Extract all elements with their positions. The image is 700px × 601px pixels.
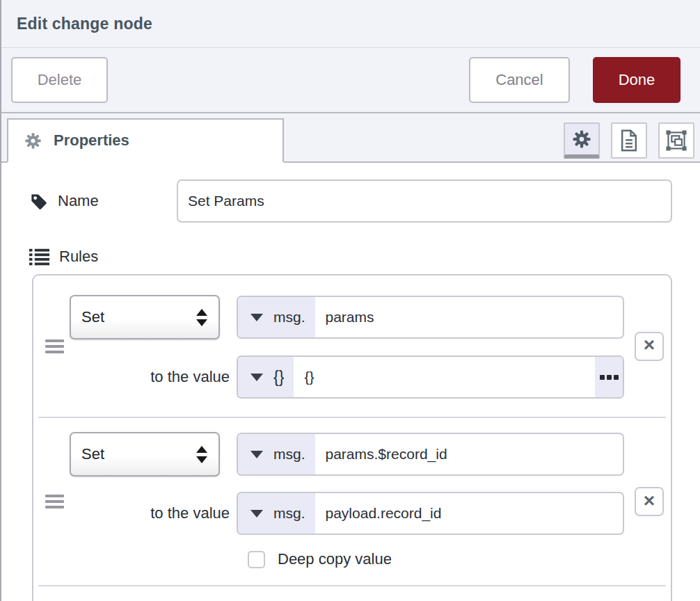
name-input[interactable]: [177, 179, 672, 223]
value-type-button[interactable]: msg.: [238, 493, 315, 534]
edit-change-node-dialog: Edit change node Delete Cancel Done: [1, 0, 700, 601]
select-arrows-icon: [196, 309, 207, 326]
property-type-label: msg.: [273, 446, 305, 463]
properties-panel: Name Rules ×: [1, 163, 700, 601]
rule-action-value: Set: [81, 308, 104, 326]
rule-action-select[interactable]: Set: [70, 432, 220, 476]
property-type-button[interactable]: msg.: [238, 297, 315, 337]
rule-action-value: Set: [81, 445, 104, 463]
rule-value-field[interactable]: {} {}: [237, 355, 624, 399]
gear-icon: [24, 131, 42, 150]
description-section-button[interactable]: [611, 122, 647, 159]
cancel-button[interactable]: Cancel: [469, 57, 570, 103]
select-arrows-icon: [196, 446, 207, 463]
rule-item-1: × Set msg. params to the value: [33, 275, 671, 417]
rules-label: Rules: [29, 248, 672, 266]
chevron-down-icon: [250, 314, 263, 321]
expand-editor-button[interactable]: [595, 357, 623, 397]
name-row: Name: [29, 179, 672, 223]
dialog-title: Edit change node: [17, 15, 152, 33]
value-type-label: msg.: [273, 505, 305, 522]
rule-action-select[interactable]: Set: [70, 295, 220, 339]
rule-property-input[interactable]: params.$record_id: [315, 434, 623, 474]
rule-value-input[interactable]: {}: [294, 357, 595, 397]
tab-properties-label: Properties: [54, 131, 129, 150]
rule-property-field[interactable]: msg. params.$record_id: [237, 433, 624, 476]
remove-rule-button[interactable]: ×: [635, 487, 664, 516]
rule-item-2: × Set msg. params.$record_id to the valu…: [33, 418, 671, 585]
properties-section-button[interactable]: [564, 122, 600, 159]
property-type-button[interactable]: msg.: [238, 434, 315, 474]
tab-properties[interactable]: Properties: [7, 118, 284, 163]
done-button[interactable]: Done: [593, 57, 681, 103]
drag-handle-icon[interactable]: [42, 492, 67, 511]
rule-property-input[interactable]: params: [315, 297, 623, 337]
value-type-button[interactable]: {}: [238, 357, 294, 397]
delete-button[interactable]: Delete: [11, 57, 108, 103]
document-icon: [619, 129, 639, 152]
appearance-section-button[interactable]: [658, 122, 694, 159]
remove-rule-button[interactable]: ×: [635, 332, 664, 361]
close-icon: ×: [644, 491, 655, 511]
value-type-label: {}: [273, 368, 284, 387]
chevron-down-icon: [250, 510, 263, 518]
rule-value-input[interactable]: payload.record_id: [315, 493, 623, 534]
to-value-label: to the value: [70, 368, 237, 386]
name-label: Name: [29, 192, 177, 211]
chevron-down-icon: [250, 451, 263, 458]
dialog-toolbar: Delete Cancel Done: [1, 48, 700, 113]
dialog-header: Edit change node: [1, 0, 700, 48]
deep-copy-checkbox[interactable]: [248, 551, 265, 568]
tab-bar: Properties: [1, 113, 700, 163]
chevron-down-icon: [250, 374, 263, 381]
gear-icon: [571, 129, 592, 150]
deep-copy-row: Deep copy value: [248, 550, 624, 568]
close-icon: ×: [644, 335, 655, 355]
name-label-text: Name: [58, 192, 99, 210]
rules-container: × Set msg. params to the value: [32, 274, 672, 601]
rule-value-field[interactable]: msg. payload.record_id: [237, 492, 624, 535]
list-icon: [29, 248, 49, 266]
deep-copy-label: Deep copy value: [278, 550, 392, 568]
property-type-label: msg.: [273, 309, 305, 326]
tag-icon: [29, 192, 48, 211]
rule-divider: [38, 585, 666, 586]
to-value-label: to the value: [70, 504, 237, 522]
rules-label-text: Rules: [59, 248, 98, 266]
group-selection-icon: [665, 129, 688, 152]
rule-property-field[interactable]: msg. params: [237, 296, 624, 339]
drag-handle-icon[interactable]: [42, 337, 67, 356]
